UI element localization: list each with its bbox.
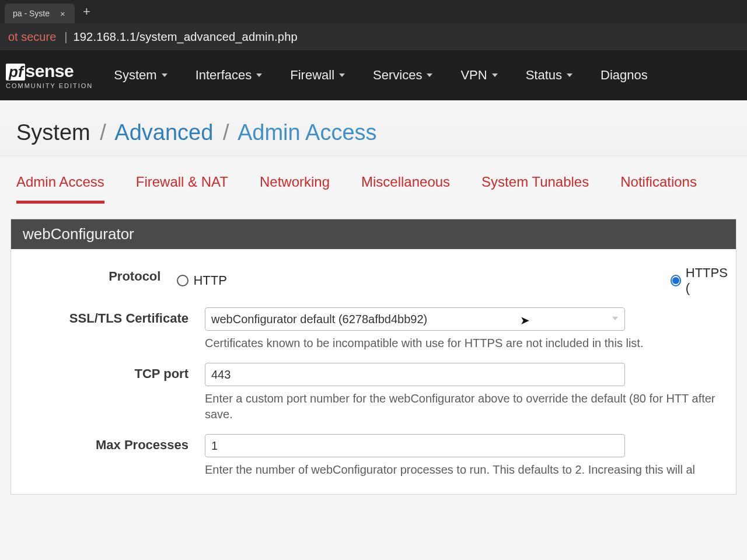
nav-label: Interfaces — [196, 68, 252, 83]
nav-item-interfaces[interactable]: Interfaces — [196, 68, 263, 83]
nav-item-system[interactable]: System — [114, 68, 167, 83]
tcp-port-help: Enter a custom port number for the webCo… — [205, 391, 729, 422]
nav-item-services[interactable]: Services — [373, 68, 432, 83]
browser-tab-strip: pa - Syste × + — [0, 0, 747, 23]
breadcrumb-current: Admin Access — [238, 120, 377, 145]
nav-item-firewall[interactable]: Firewall — [290, 68, 345, 83]
new-tab-button[interactable]: + — [83, 5, 90, 18]
nav-label: Firewall — [290, 68, 334, 83]
label-tcp-port: TCP port — [18, 363, 205, 382]
brand-prefix: pf — [6, 64, 25, 80]
radio-icon — [177, 275, 189, 286]
breadcrumb-sep: / — [223, 120, 229, 145]
label-protocol: Protocol — [18, 265, 177, 284]
chevron-down-icon — [162, 74, 167, 77]
close-icon[interactable]: × — [60, 9, 65, 19]
panel-webconfigurator: webConfigurator Protocol HTTP HTTPS ( — [11, 219, 736, 495]
page-content: System / Advanced / Admin Access Admin A… — [0, 100, 747, 560]
chevron-down-icon — [339, 74, 345, 77]
tab-firewall-nat[interactable]: Firewall & NAT — [136, 174, 228, 204]
max-processes-input[interactable] — [205, 434, 625, 457]
chevron-down-icon — [567, 74, 573, 77]
protocol-radio-group: HTTP HTTPS ( — [177, 265, 729, 296]
radio-http[interactable]: HTTP — [177, 273, 226, 288]
tcp-port-input[interactable] — [205, 363, 625, 386]
row-max-processes: Max Processes Enter the number of webCon… — [18, 428, 729, 484]
nav-items: System Interfaces Firewall Services VPN … — [114, 68, 647, 83]
tab-networking[interactable]: Networking — [260, 174, 330, 204]
radio-https[interactable]: HTTPS ( — [671, 265, 729, 296]
label-max-processes: Max Processes — [18, 434, 205, 453]
breadcrumb-advanced[interactable]: Advanced — [114, 120, 213, 145]
brand-edition: COMMUNITY EDITION — [6, 82, 93, 89]
nav-label: System — [114, 68, 156, 83]
radio-https-label: HTTPS ( — [686, 265, 729, 296]
tab-miscellaneous[interactable]: Miscellaneous — [361, 174, 450, 204]
top-nav: pf sense COMMUNITY EDITION System Interf… — [0, 50, 747, 100]
row-ssl-cert: SSL/TLS Certificate webConfigurator defa… — [18, 302, 729, 357]
radio-http-label: HTTP — [193, 273, 226, 288]
nav-label: VPN — [460, 68, 487, 83]
max-processes-help: Enter the number of webConfigurator proc… — [205, 462, 729, 478]
tab-notifications[interactable]: Notifications — [620, 174, 697, 204]
nav-item-diagnostics[interactable]: Diagnos — [601, 68, 648, 83]
chevron-down-icon — [427, 74, 432, 77]
tab-system-tunables[interactable]: System Tunables — [481, 174, 589, 204]
breadcrumb: System / Advanced / Admin Access — [0, 100, 747, 156]
row-protocol: Protocol HTTP HTTPS ( — [18, 260, 729, 302]
breadcrumb-root[interactable]: System — [16, 120, 90, 145]
brand-name: sense — [26, 61, 74, 81]
radio-icon — [671, 275, 681, 286]
browser-tab[interactable]: pa - Syste × — [5, 4, 75, 23]
nav-label: Services — [373, 68, 422, 83]
ssl-cert-help: Certificates known to be incompatible wi… — [205, 335, 729, 351]
label-ssl-cert: SSL/TLS Certificate — [18, 307, 205, 326]
row-tcp-port: TCP port Enter a custom port number for … — [18, 357, 729, 428]
nav-item-vpn[interactable]: VPN — [460, 68, 497, 83]
not-secure-badge: ot secure — [8, 30, 56, 44]
address-url: 192.168.1.1/system_advanced_admin.php — [73, 30, 297, 44]
nav-label: Status — [526, 68, 562, 83]
panel-title: webConfigurator — [11, 219, 736, 249]
nav-label: Diagnos — [601, 68, 648, 83]
address-separator: | — [64, 30, 67, 44]
tab-admin-access[interactable]: Admin Access — [16, 174, 104, 204]
chevron-down-icon — [256, 74, 262, 77]
browser-address-bar[interactable]: ot secure | 192.168.1.1/system_advanced_… — [0, 23, 747, 50]
sub-tab-strip: Admin Access Firewall & NAT Networking M… — [0, 156, 747, 204]
breadcrumb-sep: / — [100, 120, 106, 145]
panel-body: Protocol HTTP HTTPS ( SSL/T — [11, 249, 736, 494]
chevron-down-icon — [492, 74, 498, 77]
browser-tab-title: pa - Syste — [13, 9, 50, 18]
nav-item-status[interactable]: Status — [526, 68, 573, 83]
brand-logo[interactable]: pf sense COMMUNITY EDITION — [6, 61, 93, 89]
ssl-cert-select[interactable]: webConfigurator default (6278afbd4bb92) — [205, 307, 625, 331]
